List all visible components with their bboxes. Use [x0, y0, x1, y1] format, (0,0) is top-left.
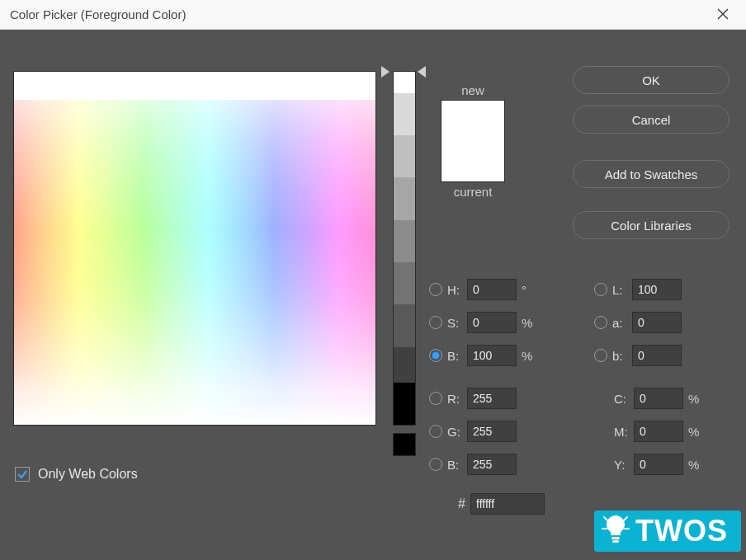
color-field[interactable]	[13, 71, 376, 426]
m-label: M:	[614, 425, 634, 439]
add-to-swatches-button[interactable]: Add to Swatches	[573, 160, 729, 188]
s-unit: %	[522, 316, 536, 330]
c-input[interactable]	[634, 388, 683, 409]
b-lab-input[interactable]	[632, 345, 682, 366]
a-radio[interactable]	[594, 316, 607, 329]
m-row: M: %	[614, 419, 703, 444]
a-label: a:	[612, 316, 632, 330]
hex-hash-label: #	[449, 496, 465, 511]
current-color-swatch[interactable]	[441, 153, 504, 181]
current-color-label: current	[441, 185, 505, 199]
g-radio[interactable]	[429, 425, 442, 438]
h-unit: °	[522, 283, 536, 297]
new-color-label: new	[441, 83, 505, 97]
g-row: G:	[429, 419, 517, 444]
g-input[interactable]	[467, 421, 517, 442]
a-row: a:	[594, 310, 682, 335]
b-lab-label: b:	[612, 349, 632, 363]
new-color-swatch[interactable]	[441, 101, 504, 153]
b-hsb-input[interactable]	[467, 345, 517, 366]
close-button[interactable]	[706, 0, 739, 30]
r-radio[interactable]	[429, 392, 442, 405]
g-label: G:	[447, 425, 467, 439]
color-libraries-button[interactable]: Color Libraries	[573, 211, 729, 239]
ok-button[interactable]: OK	[573, 66, 729, 94]
svg-rect-0	[611, 537, 620, 539]
slider-caret-right-icon	[418, 66, 426, 78]
b-rgb-input[interactable]	[467, 454, 517, 475]
watermark-badge: TWOS	[594, 511, 741, 552]
window-title: Color Picker (Foreground Color)	[10, 7, 706, 21]
r-label: R:	[447, 392, 467, 406]
b-rgb-label: B:	[447, 458, 467, 472]
s-label: S:	[447, 316, 467, 330]
s-row: S: %	[429, 310, 536, 335]
c-row: C: %	[614, 386, 703, 411]
b-rgb-row: B:	[429, 452, 517, 477]
h-radio[interactable]	[429, 283, 442, 296]
h-label: H:	[447, 283, 467, 297]
color-preview-box	[441, 100, 505, 182]
title-bar: Color Picker (Foreground Color)	[0, 0, 746, 30]
m-input[interactable]	[634, 421, 683, 442]
c-label: C:	[614, 392, 634, 406]
lightbulb-icon	[599, 512, 632, 545]
y-unit: %	[688, 458, 703, 472]
l-input[interactable]	[632, 279, 682, 300]
s-input[interactable]	[467, 312, 517, 333]
slider-caret-left-icon	[381, 66, 390, 78]
b-hsb-radio[interactable]	[429, 349, 442, 362]
hex-row: #	[449, 492, 545, 516]
l-row: L:	[594, 277, 682, 302]
r-input[interactable]	[467, 388, 517, 409]
a-input[interactable]	[632, 312, 682, 333]
r-row: R:	[429, 386, 517, 411]
only-web-colors-checkbox[interactable]	[15, 467, 30, 482]
only-web-colors-row: Only Web Colors	[15, 467, 138, 482]
l-radio[interactable]	[594, 283, 607, 296]
y-label: Y:	[614, 458, 634, 472]
b-hsb-row: B: %	[429, 343, 536, 368]
b-lab-row: b:	[594, 343, 682, 368]
cancel-button[interactable]: Cancel	[573, 106, 729, 134]
hex-input[interactable]	[470, 493, 545, 515]
b-hsb-label: B:	[447, 349, 467, 363]
h-input[interactable]	[467, 279, 517, 300]
watermark-text: TWOS	[635, 514, 728, 548]
out-of-gamut-swatch[interactable]	[393, 433, 416, 456]
h-row: H: °	[429, 277, 536, 302]
m-unit: %	[688, 425, 703, 439]
dialog-body: new current OK Cancel Add to Swatches Co…	[0, 30, 746, 560]
b-lab-radio[interactable]	[594, 349, 607, 362]
y-input[interactable]	[634, 454, 683, 475]
close-icon	[717, 5, 729, 24]
y-row: Y: %	[614, 452, 703, 477]
b-rgb-radio[interactable]	[429, 458, 442, 471]
color-field-cursor-icon	[14, 413, 24, 423]
only-web-colors-label: Only Web Colors	[38, 467, 138, 482]
l-label: L:	[612, 283, 632, 297]
color-preview: new current	[441, 83, 505, 199]
c-unit: %	[688, 392, 703, 406]
s-radio[interactable]	[429, 316, 442, 329]
checkmark-icon	[17, 468, 28, 480]
b-hsb-unit: %	[522, 349, 536, 363]
svg-rect-1	[612, 540, 619, 543]
color-slider[interactable]	[393, 71, 416, 426]
